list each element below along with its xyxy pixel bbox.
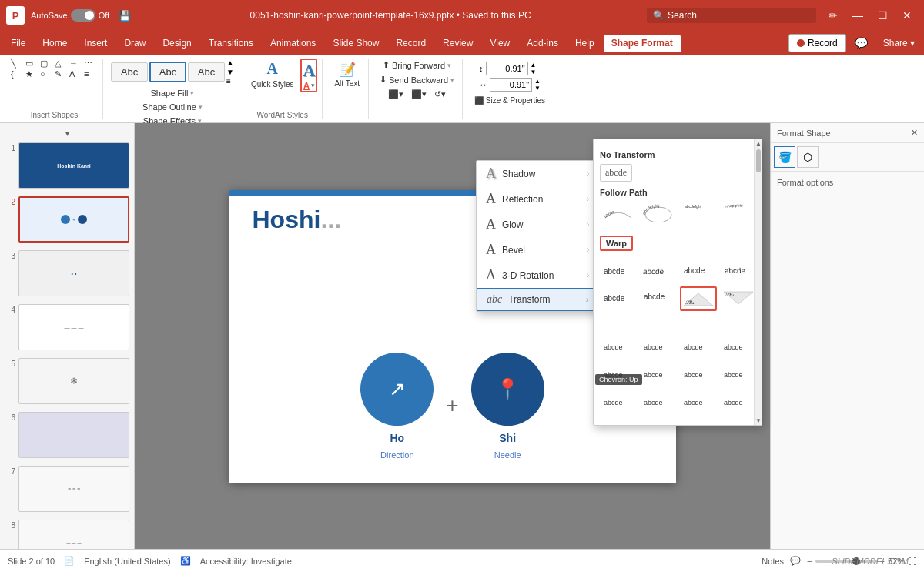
- shape-oval-icon[interactable]: ○: [40, 69, 54, 79]
- wm-bevel[interactable]: A Bevel ›: [477, 237, 598, 263]
- warp-13[interactable]: abcde: [600, 363, 637, 385]
- shape-round-icon[interactable]: ▢: [40, 59, 54, 69]
- wm-reflection[interactable]: A Reflection ›: [477, 186, 598, 212]
- shape-rect-icon[interactable]: ▭: [25, 59, 39, 69]
- wordart-dropdown-arrow[interactable]: ▾: [311, 82, 315, 89]
- bring-forward-arrow[interactable]: ▾: [447, 62, 451, 69]
- bring-forward-button[interactable]: ⬆ Bring Forward ▾: [380, 59, 454, 72]
- comment-button[interactable]: 💬: [851, 32, 872, 54]
- warp-8[interactable]: 𝒮𝐵𝓈: [720, 286, 757, 311]
- styles-scroll-down[interactable]: ▼: [226, 68, 234, 76]
- autosave-toggle[interactable]: [71, 9, 95, 22]
- pen-icon[interactable]: ✏: [822, 5, 844, 26]
- warp-20[interactable]: abcde: [720, 391, 757, 413]
- wm-3d-rotation[interactable]: A 3-D Rotation ›: [477, 263, 598, 288]
- styles-expand[interactable]: ≡: [226, 77, 234, 85]
- warp-9[interactable]: abcde: [600, 336, 637, 357]
- panel-close-icon[interactable]: ✕: [911, 128, 918, 138]
- shape-line-icon[interactable]: ╲: [11, 59, 25, 69]
- menu-insert[interactable]: Insert: [76, 35, 115, 52]
- warp-11[interactable]: abcde: [680, 336, 717, 357]
- size-dialog-button[interactable]: ⬛ Size & Properties: [470, 95, 549, 106]
- rotate-button[interactable]: ↺▾: [431, 88, 449, 101]
- slide-thumb-6[interactable]: 6: [3, 410, 131, 460]
- warp-7-chevron-up[interactable]: 𝒮𝐵𝓈: [680, 286, 717, 311]
- wm-glow[interactable]: A Glow ›: [477, 212, 598, 237]
- format-fill-tab[interactable]: 🪣: [774, 146, 795, 168]
- format-effects-tab[interactable]: ⬡: [797, 146, 819, 168]
- align-button[interactable]: ⬛▾: [385, 88, 407, 101]
- transform-menu-scrollbar[interactable]: ▲ ▼: [754, 139, 762, 425]
- shape-more-icon[interactable]: ⋯: [84, 59, 98, 69]
- menu-review[interactable]: Review: [435, 35, 480, 52]
- wordart-a-button[interactable]: A A ▾: [300, 59, 317, 92]
- shape-style-btn-1[interactable]: Abc: [111, 62, 148, 82]
- warp-16[interactable]: abcde: [720, 363, 757, 385]
- width-input[interactable]: [490, 78, 532, 92]
- shape-arrow-icon[interactable]: →: [69, 59, 83, 69]
- tm-scroll-down[interactable]: ▼: [755, 416, 762, 425]
- slide-thumb-7[interactable]: 7 ≡ ≡ ≡: [3, 464, 131, 513]
- height-down[interactable]: ▼: [531, 69, 537, 75]
- close-button[interactable]: ✕: [896, 5, 918, 26]
- menu-draw[interactable]: Draw: [116, 35, 153, 52]
- warp-1[interactable]: abcde: [600, 260, 637, 280]
- tm-scroll-up[interactable]: ▲: [755, 139, 762, 148]
- alt-text-button[interactable]: 📝 Alt Text: [330, 59, 363, 90]
- warp-6[interactable]: abcde: [640, 286, 677, 311]
- zoom-out-icon[interactable]: −: [807, 557, 812, 566]
- shape-curly-icon[interactable]: {: [11, 69, 25, 79]
- group-button[interactable]: ⬛▾: [408, 88, 430, 101]
- wm-transform[interactable]: abc Transform ›: [477, 288, 598, 311]
- save-icon[interactable]: 💾: [116, 6, 134, 25]
- warp-14[interactable]: abcde: [640, 363, 677, 385]
- menu-home[interactable]: Home: [35, 35, 75, 52]
- search-box[interactable]: 🔍 Search: [647, 8, 816, 23]
- shape-fill-button[interactable]: Shape Fill ▾: [146, 87, 198, 99]
- warp-5[interactable]: abcde: [600, 286, 637, 311]
- height-up[interactable]: ▲: [531, 62, 537, 69]
- menu-transitions[interactable]: Transitions: [201, 35, 261, 52]
- warp-15[interactable]: abcde: [680, 363, 717, 385]
- slide-thumb-3[interactable]: 3 • •: [3, 249, 131, 298]
- maximize-button[interactable]: ☐: [872, 5, 893, 26]
- fit-page-icon[interactable]: ⛶: [908, 557, 916, 566]
- shape-outline-button[interactable]: Shape Outline ▾: [139, 101, 206, 113]
- warp-17[interactable]: abcde: [600, 391, 637, 413]
- share-button[interactable]: Share ▾: [877, 32, 921, 54]
- height-input[interactable]: [486, 62, 528, 75]
- warp-19[interactable]: abcde: [680, 391, 717, 413]
- menu-file[interactable]: File: [3, 35, 33, 52]
- slide-thumb-8[interactable]: 8 ═ ═ ═: [3, 518, 131, 549]
- width-up[interactable]: ▲: [534, 78, 541, 85]
- warp-18[interactable]: abcde: [640, 391, 677, 413]
- record-button[interactable]: Record: [788, 34, 846, 52]
- menu-addins[interactable]: Add-ins: [519, 35, 566, 52]
- slide-thumb-5[interactable]: 5 ❄: [3, 356, 131, 406]
- wm-shadow[interactable]: A Shadow ›: [477, 161, 598, 186]
- shape-style-btn-2[interactable]: Abc: [149, 62, 186, 82]
- warp-12[interactable]: abcde: [720, 336, 757, 357]
- warp-10[interactable]: abcde: [640, 336, 677, 357]
- menu-animations[interactable]: Animations: [263, 35, 323, 52]
- shape-arrange-icon[interactable]: ≡: [84, 69, 98, 79]
- width-down[interactable]: ▼: [534, 85, 541, 92]
- menu-help[interactable]: Help: [567, 35, 602, 52]
- menu-slideshow[interactable]: Slide Show: [325, 35, 387, 52]
- styles-scroll-up[interactable]: ▲: [226, 59, 234, 67]
- send-backward-button[interactable]: ⬇ Send Backward ▾: [377, 73, 457, 86]
- slide-thumb-2[interactable]: 2 +: [3, 195, 131, 244]
- shape-textbox-icon[interactable]: A: [69, 69, 83, 79]
- slide-thumb-1[interactable]: 1 Hoshin Kanri: [3, 141, 131, 190]
- shape-outline-dropdown[interactable]: ▾: [199, 103, 203, 111]
- no-transform-item[interactable]: abcde: [600, 164, 632, 182]
- shape-fill-dropdown[interactable]: ▾: [190, 89, 194, 97]
- menu-design[interactable]: Design: [155, 35, 199, 52]
- menu-shapeformat[interactable]: Shape Format: [604, 35, 681, 52]
- shape-style-btn-3[interactable]: Abc: [188, 62, 225, 82]
- follow-path-2[interactable]: abcdefghij: [640, 202, 677, 225]
- slide-thumb-4[interactable]: 4 — — —: [3, 303, 131, 352]
- follow-path-1[interactable]: abcde: [600, 202, 637, 225]
- quick-styles-button[interactable]: A Quick Styles: [247, 59, 298, 90]
- menu-record[interactable]: Record: [388, 35, 434, 52]
